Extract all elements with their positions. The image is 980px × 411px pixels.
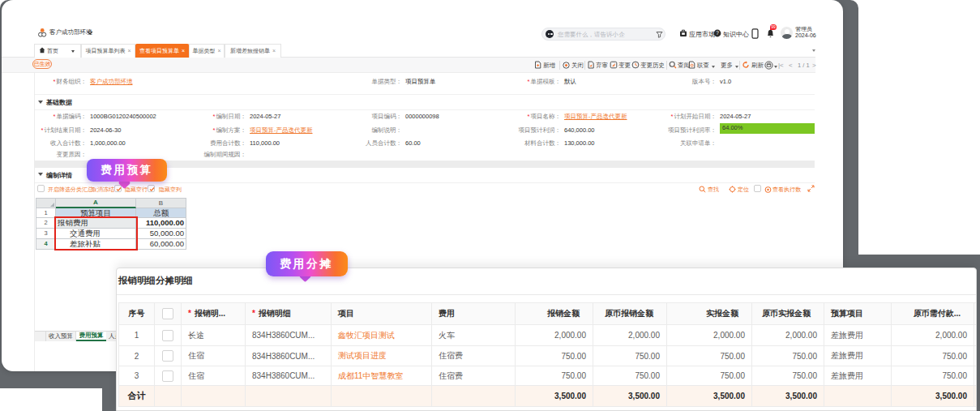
svg-text:?: ? [716, 30, 719, 36]
